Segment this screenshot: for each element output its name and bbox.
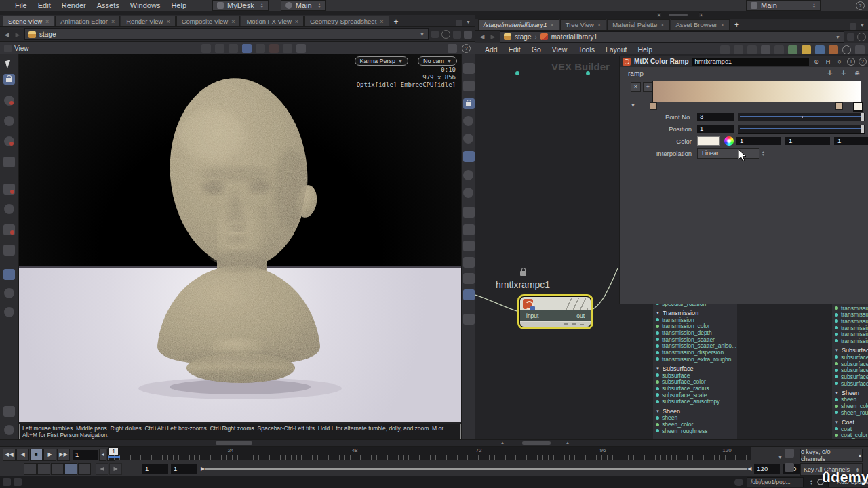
param-item-transmission[interactable]: transmission — [653, 317, 737, 323]
range-start-field[interactable]: 1 — [142, 464, 168, 474]
display-colors-icon[interactable] — [463, 257, 475, 268]
paint-tool-icon[interactable] — [4, 136, 14, 146]
tab-geometry-spreadsheet[interactable]: Geometry Spreadsheet× — [304, 16, 389, 26]
playbar-range-slider[interactable] — [205, 468, 747, 470]
param-help-icon[interactable]: ? — [859, 58, 867, 66]
position-field[interactable]: 1 — [697, 125, 734, 133]
param-item-coat_color[interactable]: coat_color — [832, 432, 868, 439]
timeline-ruler[interactable]: 1 24487296120 — [108, 447, 751, 460]
light-tool-icon[interactable] — [4, 307, 14, 317]
point-no-field[interactable]: 3 — [697, 113, 734, 121]
node-color-icon[interactable] — [788, 45, 797, 54]
back-icon[interactable]: ◀ — [3, 31, 11, 38]
remove-point-button[interactable]: × — [631, 82, 641, 92]
param-group-sheen[interactable]: ▼Sheen — [653, 408, 737, 415]
param-port-icon[interactable] — [835, 382, 838, 385]
jump-to-start-button[interactable]: ◀◀ — [3, 449, 16, 461]
next-key-icon[interactable]: ▶ — [109, 463, 122, 475]
flag-x-icon[interactable] — [463, 273, 475, 284]
param-item-transmission_dispersion[interactable]: transmission_dispersion — [653, 349, 737, 356]
spread-points-icon[interactable]: ✛ — [840, 69, 848, 77]
ramp-point-marker[interactable] — [835, 102, 843, 110]
param-item-subsurface_anisotropy[interactable]: subsurface_anisotropy — [832, 380, 868, 387]
h-scrollbar-handle[interactable] — [216, 441, 252, 445]
param-item-subsurface_color[interactable]: subsurface_color — [832, 361, 868, 367]
network-box-icon[interactable] — [815, 45, 825, 54]
frame-step-back-icon[interactable]: ◂ — [99, 449, 106, 461]
param-item-coat[interactable]: coat — [832, 426, 868, 432]
snap-edge-icon[interactable] — [3, 224, 15, 235]
sticky-note-icon[interactable] — [802, 45, 811, 54]
cam-select-menu[interactable]: No cam ▼ — [418, 56, 457, 66]
pane-maximize-icon[interactable] — [456, 20, 462, 26]
menu-windows[interactable]: Windows — [125, 1, 166, 9]
color-g-field[interactable]: 1 — [785, 137, 830, 145]
ramp-point-marker[interactable] — [650, 102, 657, 110]
param-port-icon[interactable] — [835, 427, 838, 430]
param-item-transmission_depth[interactable]: transmission_depth — [832, 311, 868, 318]
sphere-tool-icon[interactable] — [4, 116, 14, 126]
forward-icon[interactable]: ▶ — [14, 31, 22, 38]
current-frame-field[interactable]: 1 — [73, 450, 98, 460]
pane-splitter[interactable]: ▲ ▲ — [475, 11, 868, 19]
camera-tool-icon[interactable] — [4, 288, 14, 298]
color-ramp-gradient[interactable] — [652, 81, 861, 102]
node-body[interactable]: input out — [520, 297, 591, 327]
key-menu-arrow-icon[interactable]: ▼ — [778, 455, 783, 460]
param-item-sheen[interactable]: sheen — [832, 396, 868, 403]
search-icon[interactable]: ○ — [835, 58, 844, 66]
param-port-icon[interactable] — [835, 411, 838, 414]
param-item-sheen[interactable]: sheen — [653, 415, 737, 422]
desk-spinner[interactable]: ▲▼ — [260, 3, 264, 8]
options-box-icon[interactable] — [296, 44, 306, 53]
close-tab-icon[interactable]: × — [660, 22, 664, 28]
right-new-tab-button[interactable]: + — [730, 20, 743, 30]
realtime-toggle-icon[interactable] — [64, 463, 77, 475]
audio-options-icon[interactable] — [37, 463, 50, 475]
help-icon[interactable]: ? — [856, 1, 865, 10]
tab--stage-materiallibrary1[interactable]: /stage/materiallibrary1× — [478, 19, 559, 30]
param-item-subsurface_radius[interactable]: subsurface_radius — [832, 367, 868, 373]
net-back-icon[interactable]: ◀ — [478, 33, 486, 40]
param-port-icon[interactable] — [835, 306, 838, 310]
left-path-field[interactable]: stage ▼ — [24, 28, 429, 40]
param-item-subsurface_anisotropy[interactable]: subsurface_anisotropy — [653, 399, 737, 405]
param-item-sheen_color[interactable]: sheen_color — [832, 403, 868, 409]
network-menu-add[interactable]: Add — [479, 45, 503, 54]
param-port-icon[interactable] — [656, 338, 659, 341]
cube-icon[interactable] — [453, 30, 461, 39]
grid-view-icon[interactable] — [761, 45, 770, 54]
context-path-stepper[interactable]: ▲▼ — [810, 479, 813, 485]
network-path-field[interactable]: stage › materiallibrary1 ▼ — [500, 31, 844, 43]
param-port-icon[interactable] — [656, 429, 659, 432]
param-group-subsurface[interactable]: ▼Subsurface — [653, 365, 737, 372]
info-icon[interactable]: i — [847, 58, 855, 66]
param-port-icon[interactable] — [656, 325, 659, 328]
snap-mode-icon[interactable] — [256, 44, 265, 53]
tab-material-palette[interactable]: Material Palette× — [607, 19, 669, 30]
light-a-icon[interactable] — [463, 170, 473, 180]
viewport-lock-icon[interactable] — [463, 98, 475, 109]
menu-file[interactable]: File — [9, 1, 33, 9]
node-flags-icon[interactable] — [565, 298, 588, 310]
param-port-icon[interactable] — [835, 434, 838, 437]
snap-magnet-icon[interactable] — [3, 245, 15, 256]
param-item-sheen_roughness[interactable]: sheen_roughness — [653, 428, 737, 434]
node-input-port[interactable] — [515, 71, 519, 75]
close-tab-icon[interactable]: × — [166, 18, 170, 25]
view-mode-icon[interactable] — [242, 44, 252, 53]
param-port-icon[interactable] — [656, 416, 659, 420]
param-item-subsurface_scale[interactable]: subsurface_scale — [653, 392, 737, 399]
param-item-transmission_scatter[interactable]: transmission_scatter — [832, 318, 868, 325]
close-tab-icon[interactable]: × — [231, 18, 235, 25]
network-menu-view[interactable]: View — [547, 45, 573, 54]
collapse-icon[interactable]: ▼ — [835, 420, 839, 424]
dim-circle2-icon[interactable] — [463, 134, 473, 144]
play-reverse-button[interactable]: ◀ — [16, 449, 29, 461]
light-b-icon[interactable] — [463, 188, 473, 198]
playhead[interactable]: 1 — [109, 448, 118, 455]
ramp-point-marker-selected[interactable] — [853, 102, 863, 112]
param-item-subsurface_radius[interactable]: subsurface_radius — [653, 385, 737, 392]
net-forward-icon[interactable]: ▶ — [489, 33, 497, 40]
network-menu-edit[interactable]: Edit — [503, 45, 526, 54]
